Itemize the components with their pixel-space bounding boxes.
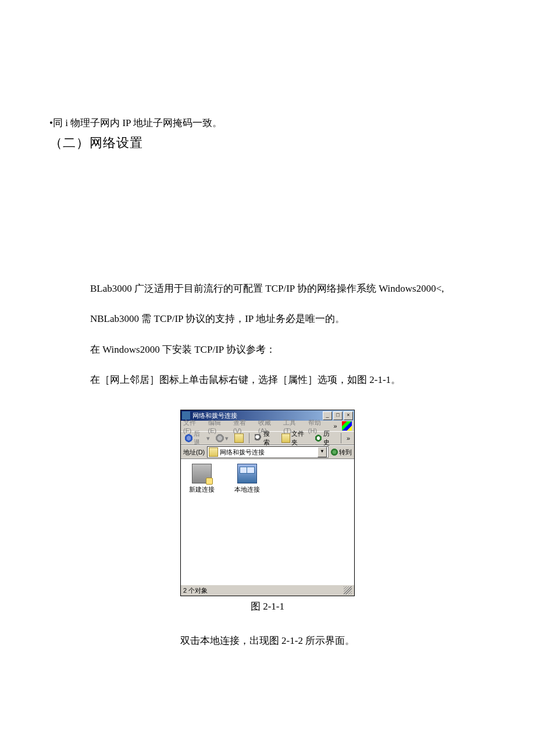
up-folder-icon [234, 433, 244, 443]
figure-caption: 图 2-1-1 [49, 600, 486, 613]
address-label: 地址(D) [183, 448, 205, 457]
section-heading: （二）网络设置 [49, 134, 486, 152]
resize-grip-icon[interactable] [344, 586, 352, 594]
address-folder-icon [209, 447, 218, 457]
status-text: 2 个对象 [183, 586, 208, 595]
forward-arrow-icon [216, 434, 224, 442]
paragraph-5: 双击本地连接，出现图 2-1-2 所示界面。 [49, 634, 486, 647]
icon-local-connection[interactable]: 本地连接 [230, 464, 265, 493]
maximize-button[interactable]: □ [333, 411, 343, 420]
go-label: 转到 [339, 448, 352, 457]
document-page: •同 i 物理子网内 IP 地址子网掩码一致。 （二）网络设置 BLab3000… [0, 0, 535, 756]
paragraph-4: 在［网上邻居］图标上单击鼠标右键，选择［属性］选项，如图 2-1-1。 [90, 371, 486, 389]
back-button[interactable]: 后退 ▾ [183, 429, 212, 447]
history-button[interactable]: 历史 [313, 429, 337, 447]
statusbar: 2 个对象 [181, 585, 354, 596]
up-button[interactable] [233, 433, 245, 443]
toolbar-separator [249, 433, 249, 443]
address-bar: 地址(D) 网络和拨号连接 ▼ 转到 [181, 445, 354, 458]
menu-view[interactable]: 查看(V) [233, 418, 254, 434]
paragraph-1: BLab3000 广泛适用于目前流行的可配置 TCP/IP 协的网络操作系统 W… [90, 280, 486, 298]
search-label: 搜索 [263, 429, 276, 447]
go-button[interactable]: 转到 [331, 448, 352, 457]
forward-button[interactable]: ▾ [214, 433, 230, 443]
search-icon [255, 434, 262, 442]
address-dropdown-button[interactable]: ▼ [318, 447, 327, 457]
folders-icon [281, 433, 290, 443]
new-connection-icon [192, 464, 212, 483]
toolbar-separator-2 [341, 433, 341, 443]
toolbar-overflow[interactable]: » [345, 434, 352, 442]
icon-label-lan: 本地连接 [230, 486, 265, 493]
icon-new-connection[interactable]: 新建连接 [184, 464, 219, 493]
figure-2-1-1: 网络和拨号连接 _ □ × 文件(F) 编辑(E) 查看(V) 收藏(A) 工具… [180, 410, 355, 596]
address-value: 网络和拨号连接 [220, 448, 316, 457]
local-connection-icon [237, 464, 257, 483]
windows-logo-icon [342, 421, 352, 431]
icon-label-new: 新建连接 [184, 486, 219, 493]
back-label: 后退 [194, 429, 205, 447]
folders-label: 文件夹 [291, 429, 309, 447]
folders-button[interactable]: 文件夹 [280, 429, 311, 447]
back-arrow-icon [185, 434, 192, 442]
paragraph-2: NBLab3000 需 TCP/IP 协议的支持，IP 地址务必是唯一的。 [90, 310, 486, 328]
address-combo[interactable]: 网络和拨号连接 ▼ [207, 446, 329, 458]
go-arrow-icon [331, 449, 338, 456]
search-button[interactable]: 搜索 [253, 429, 277, 447]
toolbar: 后退 ▾ ▾ 搜索 文件夹 历史 » [181, 431, 354, 445]
history-label: 历史 [323, 429, 336, 447]
paragraph-3: 在 Windows2000 下安装 TCP/IP 协议参考： [90, 341, 486, 359]
bullet-text: •同 i 物理子网内 IP 地址子网掩码一致。 [49, 116, 486, 130]
history-icon [315, 434, 322, 442]
network-connections-window: 网络和拨号连接 _ □ × 文件(F) 编辑(E) 查看(V) 收藏(A) 工具… [180, 410, 355, 596]
folder-view[interactable]: 新建连接 本地连接 [181, 458, 354, 585]
close-button[interactable]: × [344, 411, 353, 420]
